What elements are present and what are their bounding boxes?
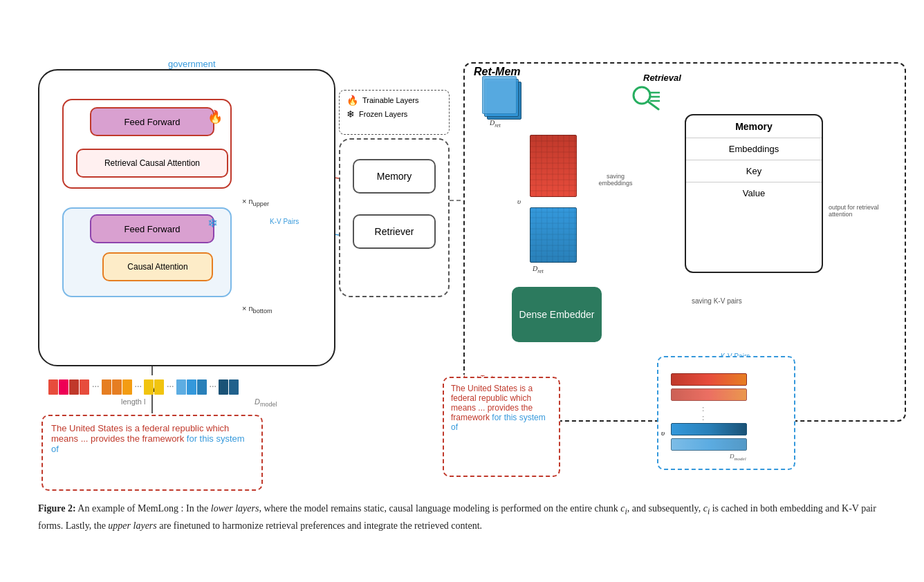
figure-ci-2: ci	[703, 503, 710, 514]
dense-embedder-box: Dense Embedder	[512, 287, 602, 342]
mekv-value-row: Value	[686, 182, 822, 204]
memory-block: Memory	[353, 159, 436, 194]
snowflake-icon: ❄	[207, 216, 218, 231]
kv-pairs-label: K-V Pairs	[270, 218, 299, 225]
fire-icon: 🔥	[207, 109, 223, 124]
retrieval-label: Retrieval	[643, 73, 681, 83]
legend-trainable: 🔥 Trainable Layers	[346, 95, 442, 106]
n-bottom-label: × nbottom	[242, 304, 272, 315]
kv-pairs-right-box: : : υ Dmodel	[657, 356, 795, 470]
search-icon	[629, 83, 663, 117]
causal-attention-box: Causal Attention	[102, 252, 213, 281]
saving-kv-label: saving K-V pairs	[692, 297, 742, 305]
mekv-box: Memory Embeddings Key Value	[685, 114, 823, 273]
figure-italic-lower: lower layers	[211, 503, 259, 514]
legend-frozen: ❄ Frozen Layers	[346, 109, 442, 120]
seq-yellow-segment	[144, 379, 165, 395]
figure-ci-1: ci	[620, 503, 627, 514]
length-l-label: length l	[121, 397, 145, 406]
n-upper-label: × nupper	[242, 197, 269, 207]
seq-blue-segment	[176, 379, 207, 395]
mekv-key-row: Key	[686, 160, 822, 182]
saving-embeddings-label: saving embeddings	[591, 173, 640, 187]
output-retrieval-label: output for retrieval attention	[829, 204, 884, 218]
feed-forward-upper: Feed Forward	[90, 107, 214, 136]
retrieval-causal-attention-box: Retrieval Causal Attention	[76, 149, 228, 178]
figure-number: Figure 2:	[38, 503, 76, 514]
mekv-memory-row: Memory	[686, 115, 822, 138]
government-label: government	[168, 59, 216, 69]
figure-caption: Figure 2: An example of MemLong : In the…	[38, 501, 882, 534]
figure-italic-upper: upper layers	[108, 520, 156, 531]
seq-red-segment	[48, 379, 90, 395]
token-sequence: ··· ··· ··· ···	[48, 377, 311, 397]
snowflake-legend-icon: ❄	[346, 109, 355, 120]
input-text-left-box: The United States is a federal republic …	[41, 415, 263, 491]
seq-darkblue-segment	[219, 379, 239, 395]
legend-box: 🔥 Trainable Layers ❄ Frozen Layers	[339, 90, 450, 135]
input-text-retmem-box: The United States is a federal republic …	[443, 377, 560, 477]
d-model-left-label: Dmodel	[255, 397, 277, 408]
retriever-block: Retriever	[353, 214, 436, 249]
fire-legend-icon: 🔥	[346, 95, 358, 106]
mekv-embeddings-row: Embeddings	[686, 138, 822, 160]
feed-forward-lower: Feed Forward	[90, 214, 214, 243]
d-ret-cube: Dret	[484, 76, 524, 123]
seq-orange-segment	[102, 379, 133, 395]
svg-line-23	[648, 102, 658, 109]
tensor-stack-v: υ Dret	[526, 135, 581, 273]
